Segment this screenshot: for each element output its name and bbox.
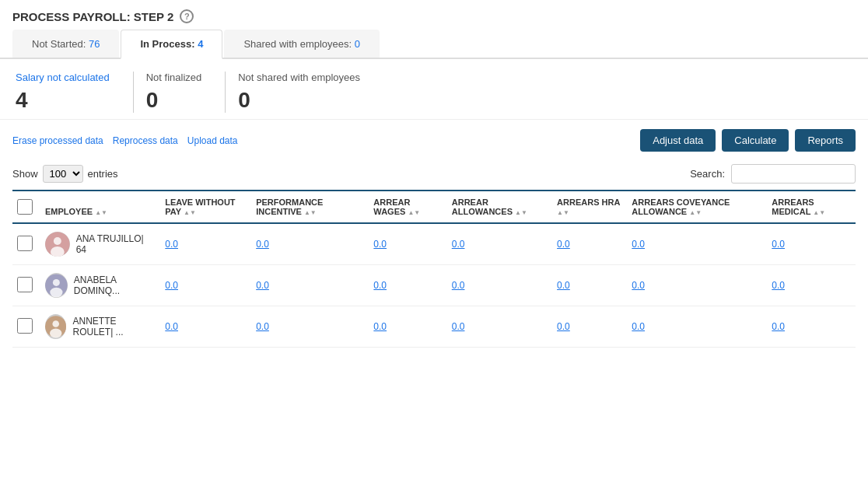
ahra-value-0[interactable]: 0.0 xyxy=(557,239,570,250)
pi-cell-0: 0.0 xyxy=(251,223,369,265)
employee-cell-0: ANA TRUJILLO| 64 xyxy=(40,223,160,265)
search-input[interactable] xyxy=(731,164,856,184)
employee-sort-icon[interactable]: ▲▼ xyxy=(95,209,107,216)
ahra-value-2[interactable]: 0.0 xyxy=(557,321,570,332)
select-all-checkbox[interactable] xyxy=(17,199,33,215)
toolbar: Erase processed data Reprocess data Uplo… xyxy=(0,120,868,161)
show-label: Show xyxy=(12,168,38,180)
reprocess-data-link[interactable]: Reprocess data xyxy=(113,135,178,146)
lwp-value-2[interactable]: 0.0 xyxy=(165,321,178,332)
col-arrear-wages: ARREAR WAGES ▲▼ xyxy=(369,191,446,223)
table-body: ANA TRUJILLO| 64 0.0 0.0 0.0 0.0 0.0 0.0… xyxy=(12,223,856,348)
row-checkbox-0[interactable] xyxy=(17,236,33,251)
svg-point-5 xyxy=(50,288,62,298)
ahra-value-1[interactable]: 0.0 xyxy=(557,280,570,291)
avatar-1 xyxy=(45,273,68,298)
aw-value-0[interactable]: 0.0 xyxy=(373,239,387,250)
pi-value-1[interactable]: 0.0 xyxy=(256,280,269,291)
erase-processed-data-link[interactable]: Erase processed data xyxy=(12,135,103,146)
show-bar: Show 10 25 50 100 entries Search: xyxy=(0,161,868,190)
aca-cell-0: 0.0 xyxy=(627,223,767,265)
row-checkbox-1[interactable] xyxy=(17,277,33,292)
am-value-2[interactable]: 0.0 xyxy=(772,321,785,332)
employee-name-0[interactable]: ANA TRUJILLO| 64 xyxy=(76,233,156,255)
aa-cell-0: 0.0 xyxy=(447,223,552,265)
employee-name-1[interactable]: ANABELA DOMINQ... xyxy=(74,274,156,296)
avatar-2 xyxy=(45,314,66,339)
help-icon[interactable]: ? xyxy=(180,9,194,23)
ahra-cell-1: 0.0 xyxy=(552,265,627,306)
aca-cell-1: 0.0 xyxy=(627,265,767,306)
employee-name-2[interactable]: ANNETTE ROULET| ... xyxy=(72,316,156,337)
calculate-button[interactable]: Calculate xyxy=(722,129,789,152)
page-header: PROCESS PAYROLL: STEP 2 ? xyxy=(0,0,868,30)
aw-cell-0: 0.0 xyxy=(369,223,446,265)
upload-data-link[interactable]: Upload data xyxy=(187,135,238,146)
ahra-sort-icon[interactable]: ▲▼ xyxy=(557,209,569,216)
col-arrears-hra: ARREARS HRA ▲▼ xyxy=(552,191,627,223)
col-employee: EMPLOYEE ▲▼ xyxy=(40,191,160,223)
ahra-cell-0: 0.0 xyxy=(552,223,627,265)
stat-shared-value: 0 xyxy=(238,88,360,113)
ahra-cell-2: 0.0 xyxy=(552,306,627,348)
row-checkbox-cell xyxy=(12,223,40,265)
tabs-bar: Not Started: 76 In Process: 4 Shared wit… xyxy=(0,30,868,59)
stats-bar: Salary not calculated 4 Not finalized 0 … xyxy=(0,59,868,120)
col-arrears-medical: ARREARS MEDICAL ▲▼ xyxy=(767,191,856,223)
table-header-row: EMPLOYEE ▲▼ LEAVE WITHOUT PAY ▲▼ PERFORM… xyxy=(12,191,856,223)
am-value-0[interactable]: 0.0 xyxy=(772,239,785,250)
stat-not-finalized: Not finalized 0 xyxy=(134,72,226,113)
table-container: EMPLOYEE ▲▼ LEAVE WITHOUT PAY ▲▼ PERFORM… xyxy=(0,190,868,348)
row-checkbox-2[interactable] xyxy=(17,318,33,334)
toolbar-right: Adjust data Calculate Reports xyxy=(640,129,856,152)
table-row: ANA TRUJILLO| 64 0.0 0.0 0.0 0.0 0.0 0.0… xyxy=(12,223,856,265)
select-all-header xyxy=(12,191,40,223)
col-performance-incentive: PERFORMANCE INCENTIVE ▲▼ xyxy=(251,191,369,223)
aca-value-0[interactable]: 0.0 xyxy=(632,239,645,250)
lwp-sort-icon[interactable]: ▲▼ xyxy=(184,209,196,216)
aca-value-2[interactable]: 0.0 xyxy=(632,321,645,332)
col-leave-without-pay: LEAVE WITHOUT PAY ▲▼ xyxy=(160,191,251,223)
aw-value-2[interactable]: 0.0 xyxy=(373,321,387,332)
am-value-1[interactable]: 0.0 xyxy=(772,280,785,291)
tab-shared[interactable]: Shared with employees: 0 xyxy=(224,30,380,58)
table-row: ANABELA DOMINQ... 0.0 0.0 0.0 0.0 0.0 0.… xyxy=(12,265,856,306)
aa-value-0[interactable]: 0.0 xyxy=(452,239,465,250)
employee-cell-2: ANNETTE ROULET| ... xyxy=(40,306,160,348)
am-cell-1: 0.0 xyxy=(767,265,856,306)
aa-sort-icon[interactable]: ▲▼ xyxy=(515,209,527,216)
pi-sort-icon[interactable]: ▲▼ xyxy=(304,209,317,216)
payroll-table: EMPLOYEE ▲▼ LEAVE WITHOUT PAY ▲▼ PERFORM… xyxy=(12,190,856,348)
tab-in-process[interactable]: In Process: 4 xyxy=(121,30,222,59)
col-arrear-allowances: ARREAR ALLOWANCES ▲▼ xyxy=(447,191,552,223)
aa-cell-2: 0.0 xyxy=(447,306,552,348)
lwp-value-1[interactable]: 0.0 xyxy=(165,280,178,291)
am-sort-icon[interactable]: ▲▼ xyxy=(813,209,825,216)
lwp-cell-1: 0.0 xyxy=(160,265,251,306)
entries-label: entries xyxy=(88,168,118,180)
pi-value-0[interactable]: 0.0 xyxy=(256,239,269,250)
aca-sort-icon[interactable]: ▲▼ xyxy=(689,209,702,216)
aw-sort-icon[interactable]: ▲▼ xyxy=(408,209,420,216)
table-row: ANNETTE ROULET| ... 0.0 0.0 0.0 0.0 0.0 … xyxy=(12,306,856,348)
reports-button[interactable]: Reports xyxy=(795,129,856,152)
aa-value-1[interactable]: 0.0 xyxy=(452,280,465,291)
entries-select[interactable]: 10 25 50 100 xyxy=(43,165,83,183)
svg-point-8 xyxy=(50,329,61,338)
pi-cell-1: 0.0 xyxy=(251,265,369,306)
aa-value-2[interactable]: 0.0 xyxy=(452,321,465,332)
search-label: Search: xyxy=(690,168,725,180)
row-checkbox-cell xyxy=(12,265,40,306)
toolbar-left: Erase processed data Reprocess data Uplo… xyxy=(12,135,238,146)
stat-salary-not-calculated: Salary not calculated 4 xyxy=(12,72,134,113)
svg-point-7 xyxy=(52,320,59,327)
stat-shared-label: Not shared with employees xyxy=(238,72,360,83)
pi-value-2[interactable]: 0.0 xyxy=(256,321,269,332)
tab-not-started[interactable]: Not Started: 76 xyxy=(12,30,119,58)
aa-cell-1: 0.0 xyxy=(447,265,552,306)
adjust-data-button[interactable]: Adjust data xyxy=(640,129,716,152)
stat-finalized-value: 0 xyxy=(146,88,202,113)
aca-value-1[interactable]: 0.0 xyxy=(632,280,645,291)
aw-value-1[interactable]: 0.0 xyxy=(373,280,387,291)
lwp-value-0[interactable]: 0.0 xyxy=(165,239,178,250)
